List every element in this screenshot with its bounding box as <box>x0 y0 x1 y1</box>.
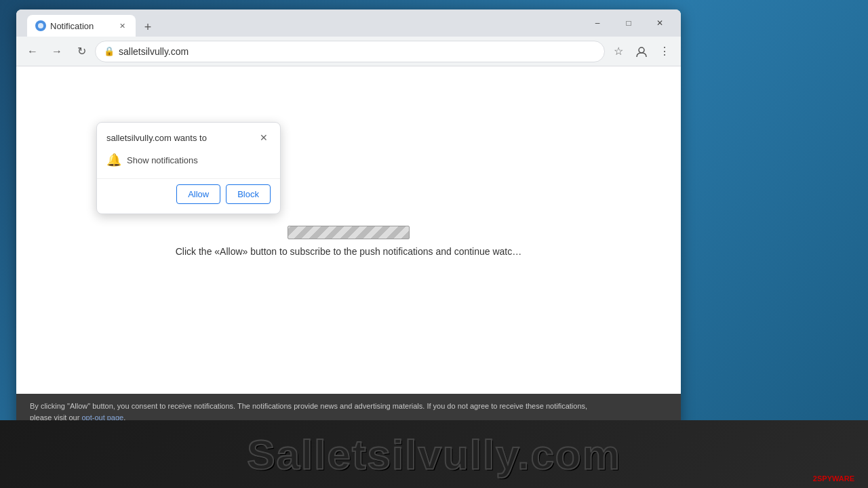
spyware-badge: 2SPYWARE <box>813 474 854 483</box>
page-content: salletsilvully.com wants to ✕ 🔔 Show not… <box>16 66 681 430</box>
notification-popup: salletsilvully.com wants to ✕ 🔔 Show not… <box>96 122 281 214</box>
toolbar: ← → ↻ 🔒 salletsilvully.com ☆ ⋮ <box>16 37 681 66</box>
maximize-button[interactable]: □ <box>613 9 644 37</box>
watermark-text: Salletsilvully.com <box>247 430 621 479</box>
active-tab[interactable]: Notification ✕ <box>27 15 136 37</box>
browser-window: Notification ✕ + – □ ✕ ← → ↻ 🔒 salletsil… <box>16 9 681 430</box>
notification-body: 🔔 Show notifications <box>97 150 280 178</box>
url-text: salletsilvully.com <box>119 46 596 57</box>
window-controls: – □ ✕ <box>582 9 675 37</box>
progress-bar <box>288 226 410 239</box>
close-button[interactable]: ✕ <box>644 9 675 37</box>
tab-close-button[interactable]: ✕ <box>117 20 127 31</box>
menu-button[interactable]: ⋮ <box>654 41 675 62</box>
forward-button[interactable]: → <box>46 41 68 62</box>
reload-button[interactable]: ↻ <box>71 41 92 62</box>
progress-area <box>288 226 410 239</box>
notification-header: salletsilvully.com wants to ✕ <box>97 123 280 150</box>
allow-button[interactable]: Allow <box>176 184 220 204</box>
minimize-button[interactable]: – <box>582 9 613 37</box>
instruction-text: Click the «Allow» button to subscribe to… <box>176 246 522 257</box>
tab-favicon <box>35 20 46 31</box>
tab-bar: Notification ✕ + <box>22 9 582 37</box>
title-bar: Notification ✕ + – □ ✕ <box>16 9 681 37</box>
block-button[interactable]: Block <box>226 184 271 204</box>
footer-text: By clicking "Allow" button, you consent … <box>30 402 587 422</box>
address-bar[interactable]: 🔒 salletsilvully.com <box>95 41 605 62</box>
toolbar-right: ☆ ⋮ <box>608 41 675 62</box>
notification-close-button[interactable]: ✕ <box>257 131 271 144</box>
bell-icon: 🔔 <box>106 152 121 167</box>
new-tab-button[interactable]: + <box>138 18 157 37</box>
lock-icon: 🔒 <box>104 46 115 56</box>
watermark-bar: Salletsilvully.com 2SPYWARE <box>0 420 868 488</box>
notification-title: salletsilvully.com wants to <box>106 133 207 143</box>
profile-button[interactable] <box>631 41 652 62</box>
page-instruction: Click the «Allow» button to subscribe to… <box>176 246 522 257</box>
back-button[interactable]: ← <box>22 41 43 62</box>
tab-label: Notification <box>50 21 113 31</box>
svg-point-1 <box>639 47 644 53</box>
notification-description: Show notifications <box>127 155 198 165</box>
notification-actions: Allow Block <box>97 178 280 214</box>
bookmark-button[interactable]: ☆ <box>608 41 629 62</box>
svg-point-0 <box>38 23 43 28</box>
